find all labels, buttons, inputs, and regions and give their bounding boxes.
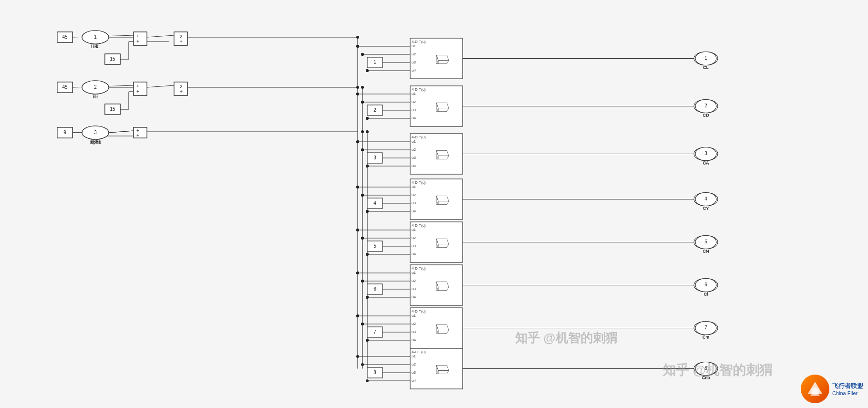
diagram-container: 知乎 @机智的刺猬 飞行者联盟 China Flier xyxy=(0,0,868,408)
simulink-diagram xyxy=(0,0,868,408)
